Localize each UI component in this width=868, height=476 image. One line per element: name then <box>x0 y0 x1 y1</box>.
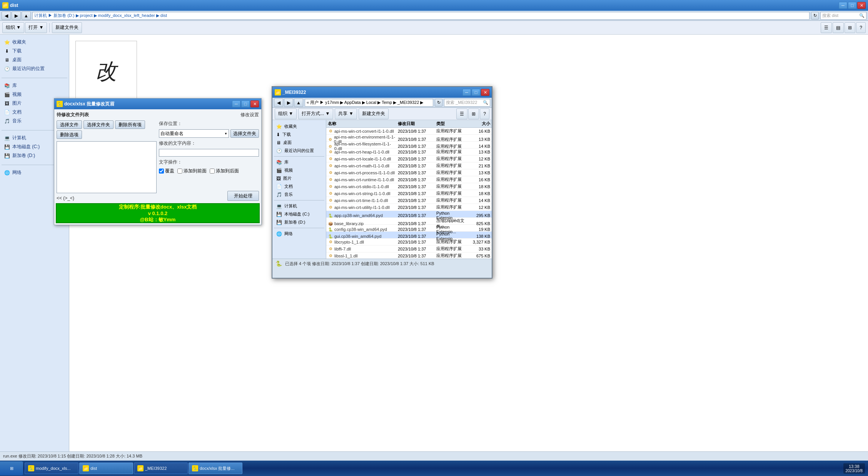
fe2-sidebar-videos[interactable]: 🎬 视频 <box>274 166 324 174</box>
table-row[interactable]: ⚙ api-ms-win-crt-filesystem-l1-1-0.dll 2… <box>326 142 492 149</box>
table-row[interactable]: ⚙ api-ms-win-crt-environment-l1-1-0.dll … <box>326 135 492 142</box>
view-list-button[interactable]: ☰ <box>821 22 832 33</box>
fe2-sidebar-images[interactable]: 🖼 图片 <box>274 174 324 182</box>
refresh-button[interactable]: ↻ <box>811 12 819 20</box>
close-button[interactable]: ✕ <box>857 2 866 9</box>
fe2-share-button[interactable]: 共享 ▼ <box>335 109 357 119</box>
table-row[interactable]: ⚙ api-ms-win-crt-convert-l1-1-0.dll 2023… <box>326 128 492 135</box>
sidebar-item-favorites[interactable]: ⭐ 收藏夹 <box>2 38 67 47</box>
help-button[interactable]: ? <box>856 22 866 33</box>
fe2-forward-button[interactable]: ▶ <box>284 99 293 107</box>
fe2-organize-button[interactable]: 组织 ▼ <box>275 109 297 119</box>
fe2-close-button[interactable]: ✕ <box>481 89 489 96</box>
fe2-minimize-button[interactable]: ─ <box>462 89 471 96</box>
fe2-sidebar-docs[interactable]: 📄 文档 <box>274 182 324 190</box>
fe2-new-folder-button[interactable]: 新建文件夹 <box>359 109 389 119</box>
sidebar-item-library[interactable]: 📚 库 <box>2 81 67 90</box>
fe2-sidebar-computer[interactable]: 💻 计算机 <box>274 202 324 210</box>
start-processing-button[interactable]: 开始处理 <box>227 191 259 201</box>
save-mode-select[interactable]: 自动重命名 ▼ <box>159 129 229 138</box>
dialog-batch-editor: 🐍 docx/xlsx 批量修改页眉 ─ □ ✕ 待修改文件列表 选择文件 选择… <box>54 98 262 225</box>
dialog-close-button[interactable]: ✕ <box>250 100 259 107</box>
fe2-view-list-button[interactable]: ☰ <box>456 109 467 119</box>
fe2-sidebar-downloads[interactable]: ⬇ 下载 <box>274 130 324 139</box>
fe2-images-icon: 🖼 <box>276 176 281 181</box>
remove-selected-button[interactable]: 删除选项 <box>57 130 82 139</box>
sidebar-item-desktop[interactable]: 🖥 桌面 <box>2 55 67 64</box>
fe2-back-button[interactable]: ◀ <box>274 99 283 107</box>
append-checkbox[interactable] <box>210 169 215 174</box>
up-button[interactable]: ▲ <box>22 12 31 20</box>
favorites-section: ⭐ 收藏夹 ⬇ 下载 🖥 桌面 🕐 最近访问的位置 <box>2 38 67 73</box>
table-row[interactable]: 🐍 gui.cp38-win_amd64.pyd 2023/10/8 1:37 … <box>326 232 492 239</box>
dialog-minimize-button[interactable]: ─ <box>232 100 240 107</box>
fe2-sidebar-desktop[interactable]: 🖥 桌面 <box>274 139 324 147</box>
pick-folder-button[interactable]: 选择文件夹 <box>230 129 259 138</box>
fe2-open-button[interactable]: 打开方式... ▼ <box>298 109 333 119</box>
start-button[interactable]: ⊞ <box>0 461 23 475</box>
fe2-sidebar-favorites[interactable]: ⭐ 收藏夹 <box>274 122 324 130</box>
back-button[interactable]: ◀ <box>2 12 11 20</box>
fe2-search-box[interactable]: 搜索 _MEI39322 🔍 <box>444 99 490 107</box>
fe2-sidebar-network[interactable]: 🌐 网络 <box>274 230 324 238</box>
remove-all-button[interactable]: 删除所有项 <box>115 120 145 129</box>
sidebar-item-videos[interactable]: 🎬 视频 <box>2 90 67 99</box>
table-row[interactable]: ⚙ api-ms-win-crt-process-l1-1-0.dll 2023… <box>326 169 492 176</box>
fe2-path-box[interactable]: « 用户 ▶ y17mm ▶ AppData ▶ Local ▶ Temp ▶ … <box>305 99 433 107</box>
fe2-downloads-icon: ⬇ <box>276 132 280 137</box>
fe2-up-button[interactable]: ▲ <box>294 99 303 107</box>
table-row[interactable]: ⚙ api-ms-win-crt-math-l1-1-0.dll 2023/10… <box>326 162 492 169</box>
table-row[interactable]: ⚙ libssl-1_1.dll 2023/10/8 1:37 应用程序扩展 6… <box>326 252 492 259</box>
taskbar-item[interactable]: 🐍 docx/xlsx 批量修... <box>189 463 242 474</box>
table-row[interactable]: 🐍 app.cp38-win_amd64.pyd 2023/10/8 1:37 … <box>326 211 492 218</box>
fe2-sidebar-recent[interactable]: 🕐 最近访问的位置 <box>274 147 324 155</box>
taskbar-item[interactable]: 🐍 modify_docx_xls... <box>25 463 78 474</box>
minimize-button[interactable]: ─ <box>839 2 847 9</box>
table-row[interactable]: ⚙ api-ms-win-crt-utility-l1-1-0.dll 2023… <box>326 204 492 211</box>
table-row[interactable]: ⚙ api-ms-win-crt-heap-l1-1-0.dll 2023/10… <box>326 149 492 155</box>
view-large-button[interactable]: ⊞ <box>845 22 855 33</box>
table-row[interactable]: ⚙ api-ms-win-crt-runtime-l1-1-0.dll 2023… <box>326 176 492 183</box>
prepend-checkbox-item[interactable]: 添加到前面 <box>177 168 207 174</box>
taskbar-item[interactable]: 📁 _MEI39322 <box>134 463 188 474</box>
file-name-cell: 🐍 app.cp38-win_amd64.pyd <box>328 213 398 218</box>
sidebar-item-downloads[interactable]: ⬇ 下载 <box>2 47 67 55</box>
fe2-refresh-button[interactable]: ↻ <box>435 99 442 107</box>
desktop: 📁 dist ─ □ ✕ ◀ ▶ ▲ 计算机 ▶ 新加卷 (D:) ▶ proj… <box>0 0 868 476</box>
settings-label[interactable]: 修改设置 <box>159 112 259 118</box>
append-checkbox-item[interactable]: 添加到后面 <box>210 168 239 174</box>
table-row[interactable]: ⚙ libffi-7.dll 2023/10/8 1:37 应用程序扩展 33 … <box>326 246 492 252</box>
table-row[interactable]: ⚙ api-ms-win-crt-time-l1-1-0.dll 2023/10… <box>326 197 492 204</box>
select-folder-button[interactable]: 选择文件夹 <box>83 120 114 129</box>
fe2-help-button[interactable]: ? <box>480 109 489 119</box>
dialog-maximize-button[interactable]: □ <box>241 100 250 107</box>
organize-button[interactable]: 组织 ▼ <box>2 22 24 33</box>
fe2-sidebar-library[interactable]: 📚 库 <box>274 158 324 166</box>
table-row[interactable]: ⚙ api-ms-win-crt-stdio-l1-1-0.dll 2023/1… <box>326 183 492 190</box>
open-button[interactable]: 打开 ▼ <box>25 22 47 33</box>
new-folder-button[interactable]: 新建文件夹 <box>52 22 82 33</box>
maximize-button[interactable]: □ <box>848 2 856 9</box>
fe2-sidebar-disk-c[interactable]: 💾 本地磁盘 (C:) <box>274 210 324 218</box>
file-type-cell: 应用程序扩展 <box>436 177 467 182</box>
cover-checkbox[interactable] <box>159 169 164 174</box>
file-list-box[interactable] <box>57 141 157 193</box>
table-row[interactable]: ⚙ api-ms-win-crt-locale-l1-1-0.dll 2023/… <box>326 155 492 162</box>
forward-button[interactable]: ▶ <box>12 12 21 20</box>
text-content-input[interactable] <box>159 149 259 157</box>
view-detail-button[interactable]: ▤ <box>833 22 844 33</box>
address-path[interactable]: 计算机 ▶ 新加卷 (D:) ▶ project ▶ modify_docx_x… <box>32 12 810 20</box>
fe2-sidebar-music[interactable]: 🎵 音乐 <box>274 190 324 199</box>
table-row[interactable]: ⚙ libcrypto-1_1.dll 2023/10/8 1:37 应用程序扩… <box>326 239 492 246</box>
fe2-view-large-button[interactable]: ⊞ <box>468 109 479 119</box>
fe2-maximize-button[interactable]: □ <box>472 89 480 96</box>
sidebar-item-recent[interactable]: 🕐 最近访问的位置 <box>2 64 67 73</box>
cover-checkbox-item[interactable]: 覆盖 <box>159 168 174 174</box>
table-row[interactable]: ⚙ api-ms-win-crt-string-l1-1-0.dll 2023/… <box>326 190 492 197</box>
select-file-button[interactable]: 选择文件 <box>57 120 82 129</box>
search-box[interactable]: 搜索 dist 🔍 <box>820 12 866 20</box>
fe2-sidebar-disk-d[interactable]: 💾 新加卷 (D:) <box>274 218 324 226</box>
table-row[interactable]: 📦 base_library.zip 2023/10/8 1:37 压缩(zip… <box>326 218 492 225</box>
taskbar-item[interactable]: 📁 dist <box>79 463 133 474</box>
prepend-checkbox[interactable] <box>177 169 182 174</box>
